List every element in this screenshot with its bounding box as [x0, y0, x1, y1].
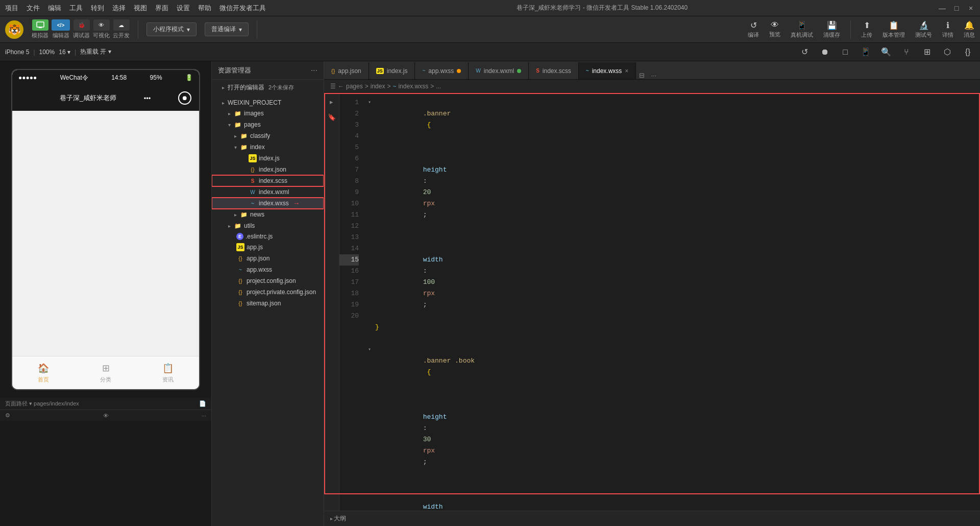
preview-action[interactable]: 👁 预览: [769, 20, 780, 38]
explorer-more-icon[interactable]: ···: [311, 66, 317, 75]
explorer-item-images[interactable]: ▸ 📁 images: [212, 108, 324, 119]
branch-icon[interactable]: ⑂: [899, 45, 914, 59]
explorer-item-index-wxml[interactable]: W index.wxml: [212, 186, 324, 198]
menu-wechat-devtools[interactable]: 微信开发者工具: [219, 4, 266, 13]
tab-indexwxml[interactable]: W index.wxml: [469, 62, 529, 79]
upload-action[interactable]: ⬆ 上传: [861, 20, 872, 39]
refresh-icon[interactable]: ↺: [797, 45, 812, 59]
maximize-button[interactable]: □: [952, 4, 961, 12]
explorer-item-index-js[interactable]: JS index.js: [212, 153, 324, 164]
explorer-item-eslint[interactable]: E .eslintrc.js: [212, 231, 324, 242]
search-icon[interactable]: 🔍: [879, 45, 893, 59]
phone-content: [12, 111, 199, 356]
real-debug-icon: 📱: [797, 20, 807, 30]
explorer-item-index-json[interactable]: {} index.json: [212, 164, 324, 175]
explorer-item-appjs[interactable]: JS app.js: [212, 242, 324, 253]
menu-tools[interactable]: 工具: [69, 4, 83, 13]
menu-edit[interactable]: 编辑: [48, 4, 61, 13]
tab-appwxss[interactable]: ~ app.wxss: [415, 62, 469, 79]
phone-record-btn[interactable]: ⏺: [178, 91, 191, 105]
menu-file[interactable]: 文件: [27, 4, 40, 13]
scale-level[interactable]: 16 ▾: [59, 49, 70, 56]
simulator-status: ⚙: [5, 412, 10, 419]
minimize-button[interactable]: —: [938, 4, 946, 12]
bookmark-icon[interactable]: 🔖: [326, 111, 337, 123]
open-editors-title[interactable]: ▸ 打开的编辑器 2个未保存: [212, 82, 324, 93]
code-icon[interactable]: {}: [961, 45, 975, 59]
phone-nav-news[interactable]: 📋 资讯: [137, 356, 199, 389]
simulator-eye-icon[interactable]: 👁: [103, 413, 109, 419]
explorer-header: 资源管理器 ···: [212, 61, 324, 80]
mobile-icon[interactable]: 📱: [859, 45, 873, 59]
hotreload-toggle[interactable]: 热重载 开 ▾: [80, 47, 111, 56]
compile-button[interactable]: 普通编译 ▾: [205, 22, 249, 36]
real-debug-action[interactable]: 📱 真机调试: [791, 20, 813, 39]
project-root[interactable]: ▸ WEIXIN_PROJECT: [212, 98, 324, 108]
record-icon[interactable]: ⏺: [818, 45, 832, 59]
tab-indexwxss[interactable]: ~ index.wxss ×: [579, 62, 636, 79]
explorer-item-index-folder[interactable]: ▾ 📁 index: [212, 141, 324, 153]
explorer-item-appjson[interactable]: {} app.json: [212, 253, 324, 264]
collapse-arrow-6[interactable]: ▾: [368, 344, 374, 355]
phone-header: 巷子深_咸虾米老师 ••• ⏺: [12, 85, 199, 111]
tab-indexscss[interactable]: S index.scss: [529, 62, 579, 79]
menu-project[interactable]: 项目: [5, 4, 18, 13]
mode-label: 小程序模式: [153, 25, 184, 34]
fold-icon[interactable]: ▸: [326, 96, 337, 107]
secondary-toolbar: iPhone 5 | 100% 16 ▾ | 热重载 开 ▾ ↺ ⏺ □ 📱 🔍…: [0, 43, 980, 61]
home-icon: 🏠: [38, 363, 49, 374]
screen-icon[interactable]: □: [838, 45, 852, 59]
explorer-item-pages[interactable]: ▾ 📁 pages: [212, 119, 324, 130]
titlebar: 项目 文件 编辑 工具 转到 选择 视图 界面 设置 帮助 微信开发者工具 巷子…: [0, 0, 980, 16]
explorer-item-utils[interactable]: ▸ 📁 utils: [212, 220, 324, 231]
appwxss-tab-label: app.wxss: [428, 67, 454, 75]
simulator-button[interactable]: [32, 19, 48, 31]
explorer-item-index-wxss[interactable]: ~ index.wxss →: [212, 198, 324, 209]
eslint-file-icon: E: [236, 233, 243, 240]
message-action[interactable]: 🔔 消息: [964, 20, 975, 39]
menu-ui[interactable]: 界面: [155, 4, 168, 13]
tab-more-icon[interactable]: ···: [648, 71, 659, 79]
compile-action[interactable]: ↺ 编译: [748, 20, 759, 39]
tab-appjson[interactable]: {} app.json: [324, 62, 369, 79]
explorer-item-index-scss[interactable]: S index.scss: [212, 175, 324, 186]
breadcrumb-back-icon[interactable]: ←: [338, 83, 344, 90]
explorer-item-configjson[interactable]: {} project.config.json: [212, 275, 324, 286]
phone-more-icon[interactable]: •••: [144, 94, 151, 102]
mode-button[interactable]: 小程序模式 ▾: [146, 22, 197, 36]
menu-select[interactable]: 选择: [112, 4, 126, 13]
explorer-item-sitemap[interactable]: {} sitemap.json: [212, 298, 324, 309]
menu-help[interactable]: 帮助: [198, 4, 211, 13]
version-action[interactable]: 📋 版本管理: [883, 20, 905, 39]
editor-button[interactable]: </>: [52, 19, 70, 31]
simulator-more-icon[interactable]: ···: [202, 413, 206, 419]
collapse-arrow-1[interactable]: ▾: [368, 97, 374, 108]
explorer-item-appwxss[interactable]: ~ app.wxss: [212, 264, 324, 275]
tab-split-icon[interactable]: ⊟: [636, 71, 648, 79]
close-button[interactable]: ×: [967, 4, 975, 12]
indexwxss-close-icon[interactable]: ×: [625, 67, 628, 75]
appjson-file-icon: {}: [236, 254, 244, 262]
tab-indexjs[interactable]: JS index.js: [369, 62, 415, 79]
save-cache-action[interactable]: 💾 清缓存: [823, 20, 840, 39]
phone-statusbar: ●●●●● WeChat令 14:58 95% 🔋: [12, 70, 199, 85]
phone-nav-classify[interactable]: ⊞ 分类: [75, 356, 137, 389]
code-content[interactable]: ▾ .banner { height : 20 rpx ;: [364, 93, 980, 511]
cursor-icon[interactable]: ⬡: [940, 45, 954, 59]
menu-view[interactable]: 视图: [134, 4, 147, 13]
code-line-5: [368, 333, 980, 344]
phone-nav-home[interactable]: 🏠 首页: [12, 356, 75, 389]
explorer-item-privatejson[interactable]: {} project.private.config.json: [212, 286, 324, 298]
debugger-button[interactable]: 🐞: [74, 19, 90, 31]
simulator-label: 模拟器: [32, 32, 48, 39]
detail-action[interactable]: ℹ 详情: [942, 20, 953, 39]
grid-icon[interactable]: ⊞: [920, 45, 934, 59]
menu-settings[interactable]: 设置: [177, 4, 190, 13]
explorer-item-news[interactable]: ▸ 📁 news: [212, 209, 324, 220]
message-label: 消息: [964, 31, 975, 39]
menu-goto[interactable]: 转到: [91, 4, 104, 13]
explorer-item-classify[interactable]: ▸ 📁 classify: [212, 130, 324, 141]
test-action[interactable]: 🔬 测试号: [915, 20, 932, 39]
cloud-button[interactable]: ☁: [113, 19, 130, 31]
visualize-button[interactable]: 👁: [93, 19, 110, 31]
